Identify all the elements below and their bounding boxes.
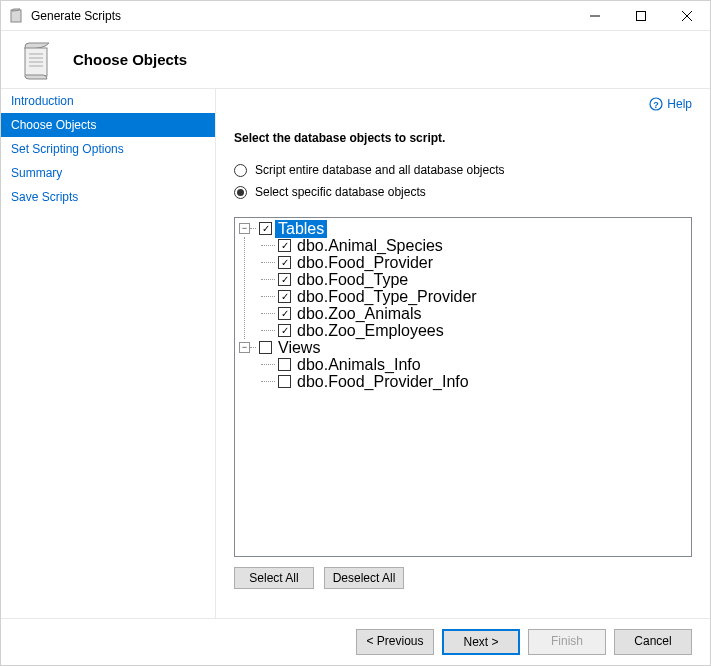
- tree-item[interactable]: dbo.Animals_Info: [250, 356, 687, 373]
- sidebar-nav: IntroductionChoose ObjectsSet Scripting …: [1, 89, 216, 618]
- finish-button: Finish: [528, 629, 606, 655]
- collapse-icon[interactable]: −: [239, 342, 250, 353]
- tree-node-tables[interactable]: −Tables: [239, 220, 687, 237]
- tree-item-label: dbo.Animals_Info: [294, 356, 424, 374]
- app-icon: [9, 8, 25, 24]
- radio-icon: [234, 164, 247, 177]
- minimize-button[interactable]: [572, 1, 618, 30]
- tree-item[interactable]: dbo.Food_Type: [250, 271, 687, 288]
- tree-item-label: dbo.Food_Provider_Info: [294, 373, 472, 391]
- deselect-all-button[interactable]: Deselect All: [324, 567, 404, 589]
- main-area: IntroductionChoose ObjectsSet Scripting …: [1, 89, 710, 618]
- tree-item[interactable]: dbo.Animal_Species: [250, 237, 687, 254]
- checkbox-icon[interactable]: [278, 307, 291, 320]
- checkbox-icon[interactable]: [259, 222, 272, 235]
- checkbox-icon[interactable]: [278, 358, 291, 371]
- help-icon: ?: [649, 97, 663, 111]
- cancel-button[interactable]: Cancel: [614, 629, 692, 655]
- wizard-window: Generate Scripts Choose Objects Introduc…: [0, 0, 711, 666]
- svg-rect-2: [637, 11, 646, 20]
- checkbox-icon[interactable]: [278, 256, 291, 269]
- sidebar-item-save-scripts[interactable]: Save Scripts: [1, 185, 215, 209]
- checkbox-icon[interactable]: [278, 273, 291, 286]
- tree-item[interactable]: dbo.Food_Provider_Info: [250, 373, 687, 390]
- help-label: Help: [667, 97, 692, 111]
- checkbox-icon[interactable]: [278, 324, 291, 337]
- script-icon: [15, 39, 57, 81]
- tree-item-label: dbo.Zoo_Animals: [294, 305, 425, 323]
- close-button[interactable]: [664, 1, 710, 30]
- section-heading: Select the database objects to script.: [234, 131, 692, 145]
- radio-group: Script entire database and all database …: [234, 163, 692, 207]
- radio-icon: [234, 186, 247, 199]
- sidebar-item-set-scripting-options[interactable]: Set Scripting Options: [1, 137, 215, 161]
- svg-rect-0: [11, 10, 21, 22]
- select-buttons: Select All Deselect All: [234, 567, 692, 589]
- object-tree[interactable]: −Tablesdbo.Animal_Speciesdbo.Food_Provid…: [234, 217, 692, 557]
- tree-item[interactable]: dbo.Zoo_Animals: [250, 305, 687, 322]
- checkbox-icon[interactable]: [278, 375, 291, 388]
- radio-label-all: Script entire database and all database …: [255, 163, 505, 177]
- sidebar-item-introduction[interactable]: Introduction: [1, 89, 215, 113]
- tree-item-label: dbo.Zoo_Employees: [294, 322, 447, 340]
- select-all-button[interactable]: Select All: [234, 567, 314, 589]
- titlebar: Generate Scripts: [1, 1, 710, 31]
- sidebar-item-choose-objects[interactable]: Choose Objects: [1, 113, 215, 137]
- checkbox-icon[interactable]: [278, 239, 291, 252]
- svg-text:?: ?: [654, 100, 660, 110]
- page-title: Choose Objects: [73, 51, 187, 68]
- content-panel: ? Help Select the database objects to sc…: [216, 89, 710, 618]
- help-link[interactable]: ? Help: [649, 97, 692, 111]
- sidebar-item-summary[interactable]: Summary: [1, 161, 215, 185]
- page-header: Choose Objects: [1, 31, 710, 89]
- radio-option-all[interactable]: Script entire database and all database …: [234, 163, 692, 177]
- checkbox-icon[interactable]: [278, 290, 291, 303]
- maximize-button[interactable]: [618, 1, 664, 30]
- tree-item[interactable]: dbo.Zoo_Employees: [250, 322, 687, 339]
- tree-item-label: dbo.Food_Type_Provider: [294, 288, 480, 306]
- previous-button[interactable]: < Previous: [356, 629, 434, 655]
- collapse-icon[interactable]: −: [239, 223, 250, 234]
- radio-label-specific: Select specific database objects: [255, 185, 426, 199]
- next-button[interactable]: Next >: [442, 629, 520, 655]
- tree-item-label: dbo.Food_Type: [294, 271, 411, 289]
- tree-item-label: dbo.Food_Provider: [294, 254, 436, 272]
- tree-item[interactable]: dbo.Food_Provider: [250, 254, 687, 271]
- checkbox-icon[interactable]: [259, 341, 272, 354]
- tree-item-label: dbo.Animal_Species: [294, 237, 446, 255]
- tree-label: Views: [275, 339, 323, 357]
- window-title: Generate Scripts: [31, 9, 572, 23]
- window-controls: [572, 1, 710, 30]
- tree-label: Tables: [275, 220, 327, 238]
- tree-item[interactable]: dbo.Food_Type_Provider: [250, 288, 687, 305]
- wizard-footer: < Previous Next > Finish Cancel: [1, 618, 710, 665]
- radio-option-specific[interactable]: Select specific database objects: [234, 185, 692, 199]
- tree-node-views[interactable]: −Views: [239, 339, 687, 356]
